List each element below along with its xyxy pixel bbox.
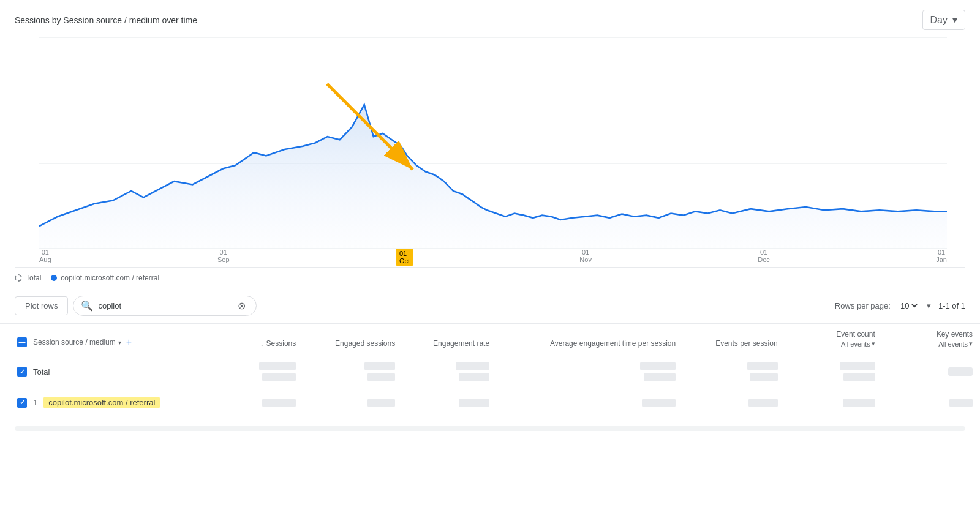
table-row-total: ✓ Total [0,354,980,389]
select-all-checkbox[interactable]: — [17,337,27,347]
rows-per-page-label: Rows per page: [835,301,891,310]
key-events-dropdown-icon[interactable]: ▾ [969,340,973,348]
copilot-event-count [785,389,883,416]
plot-rows-button[interactable]: Plot rows [15,296,68,315]
x-label-sep: 01 Sep [217,249,230,263]
copilot-events-per-session [683,389,785,416]
x-label-dec: 01 Dec [758,249,770,263]
copilot-row-number: 1 [33,398,37,407]
rows-per-page-select[interactable]: 10 25 50 [898,301,919,311]
copilot-row-label: copilot.microsoft.com / referral [43,397,160,408]
copilot-sessions [222,389,304,416]
total-key-events [883,354,980,389]
table-row-copilot: ✓ 1 copilot.microsoft.com / referral [0,389,980,416]
search-box[interactable]: 🔍 ⊗ [73,296,257,316]
add-column-icon[interactable]: + [126,337,132,348]
data-table: — Session source / medium ▾ + [0,324,980,416]
day-selector-label: Day [930,15,948,26]
x-axis-labels: 01 Aug 01 Sep 01 Oct 01 Nov 01 Dec [39,249,947,267]
day-selector[interactable]: Day ▾ [922,10,965,30]
legend-copilot-icon [51,275,57,281]
total-event-count [785,354,883,389]
th-key-events: Key events All events ▾ [883,324,980,354]
event-count-filter[interactable]: All events ▾ [841,340,875,348]
th-sessions: ↓ Sessions [222,324,304,354]
event-count-dropdown-icon[interactable]: ▾ [872,340,875,348]
legend-total-label: Total [26,274,41,282]
total-row-label-cell: ✓ Total [0,354,222,389]
legend-copilot: copilot.microsoft.com / referral [51,274,159,282]
th-engaged-sessions: Engaged sessions [303,324,402,354]
legend-total-icon [15,274,22,282]
th-engagement-rate: Engagement rate [402,324,497,354]
legend-total: Total [15,274,41,282]
dropdown-arrow-icon: ▾ [927,301,931,310]
chart-area: 01 Aug 01 Sep 01 Oct 01 Nov 01 Dec [15,35,965,268]
session-source-filter[interactable]: Session source / medium ▾ + [33,337,132,348]
toolbar-left: Plot rows 🔍 ⊗ [15,296,257,316]
total-sessions [222,354,304,389]
total-engagement-rate [402,354,497,389]
th-avg-engagement: Average engagement time per session [497,324,683,354]
total-engaged-sessions [303,354,402,389]
th-session-source: — Session source / medium ▾ + [0,324,222,354]
pagination-info: 1-1 of 1 [938,301,965,310]
session-source-dropdown-icon[interactable]: ▾ [118,339,121,346]
horizontal-scrollbar[interactable] [15,426,965,431]
x-label-aug: 01 Aug [39,249,51,263]
copilot-engaged-sessions [303,389,402,416]
th-events-per-session: Events per session [683,324,785,354]
th-event-count: Event count All events ▾ [785,324,883,354]
sort-icon: ↓ [260,339,264,348]
total-events-per-session [683,354,785,389]
copilot-row-label-cell: ✓ 1 copilot.microsoft.com / referral [0,389,222,416]
table-toolbar: Plot rows 🔍 ⊗ Rows per page: 10 25 50 ▾ … [0,288,980,324]
total-avg-engagement [497,354,683,389]
x-label-jan: 01 Jan [936,249,947,263]
copilot-engagement-rate [402,389,497,416]
x-label-oct: 01 Oct [396,249,413,266]
copilot-key-events [883,389,980,416]
chevron-down-icon: ▾ [952,14,957,26]
search-icon: 🔍 [81,300,93,312]
toolbar-right: Rows per page: 10 25 50 ▾ 1-1 of 1 [835,301,965,311]
total-row-checkbox[interactable]: ✓ [17,367,27,377]
chart-title: Sessions by Session source / medium over… [15,15,197,25]
legend-copilot-label: copilot.microsoft.com / referral [61,274,159,282]
key-events-filter[interactable]: All events ▾ [938,340,973,348]
copilot-row-checkbox[interactable]: ✓ [17,398,27,408]
x-label-nov: 01 Nov [579,249,592,263]
chart-legend: Total copilot.microsoft.com / referral [0,268,980,288]
line-chart-svg [39,37,947,249]
total-label: Total [33,367,50,377]
search-input[interactable] [98,301,233,310]
clear-search-icon[interactable]: ⊗ [238,300,246,312]
copilot-avg-engagement [497,389,683,416]
